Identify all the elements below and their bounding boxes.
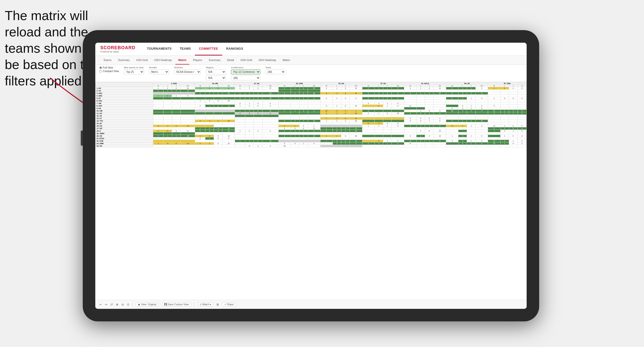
max-teams-select[interactable]: Top 25 Top 50 All: [124, 70, 144, 74]
matrix-cell: 1: [488, 97, 500, 100]
matrix-cell: [434, 115, 446, 117]
matrix-cell: [434, 132, 446, 135]
nav-committee[interactable]: COMMITTEE: [195, 43, 222, 55]
nav-teams[interactable]: TEAMS: [176, 43, 195, 55]
matrix-cell: [446, 95, 458, 97]
view-original-button[interactable]: ◉ View: Original: [136, 302, 159, 307]
matrix-cell: 0: [299, 92, 308, 95]
compact-view-option[interactable]: Compact View: [99, 70, 119, 73]
matrix-cell: 120: [262, 92, 278, 95]
refresh-icon[interactable]: ↺: [110, 303, 113, 306]
sub-nav-summary[interactable]: Summary: [115, 56, 133, 65]
matrix-cell: [299, 117, 308, 120]
matrix-cell: 4: [205, 92, 214, 95]
matrix-cell: [308, 132, 320, 135]
matrix-cell: [195, 145, 205, 147]
matrix-cell: [291, 112, 299, 115]
matrix-cell: [446, 100, 458, 102]
matrix-cell: [404, 90, 417, 92]
sub-nav-summary2[interactable]: Summary: [206, 56, 223, 65]
col-header-asu: 3. ASU: [153, 82, 195, 85]
compact-view-radio[interactable]: [99, 70, 102, 73]
sub-nav-teams[interactable]: Teams: [100, 56, 114, 65]
sh-l5: L: [333, 85, 341, 87]
reset-icon[interactable]: ⊙: [127, 303, 129, 306]
redo-icon[interactable]: ↪: [105, 303, 107, 306]
watch-button[interactable]: ⊙ Watch ▾: [197, 302, 214, 307]
matrix-cell: 1: [362, 125, 374, 127]
matrix-cell: [404, 122, 417, 125]
zoom-out-icon[interactable]: ⊖: [121, 303, 124, 306]
matrix-cell: [488, 135, 500, 137]
sh-t3: T: [254, 85, 262, 87]
table-row: 14. TTU221220203812026001001029: [96, 120, 527, 122]
matrix-cell: 0: [278, 135, 291, 137]
matrix-cell: 44: [350, 140, 362, 142]
matrix-cell: 0: [214, 135, 222, 137]
matrix-cell: 0: [509, 97, 517, 100]
matrix-cell: [172, 140, 181, 142]
team-select[interactable]: (All): [265, 70, 285, 74]
matrix-cell: 1: [291, 110, 299, 112]
matrix-cell: 29: [475, 120, 488, 122]
matrix-cell: [446, 112, 458, 115]
nav-rankings[interactable]: RANKINGS: [222, 43, 247, 55]
matrix-cell: [509, 102, 517, 105]
matrix-cell: [254, 90, 262, 92]
full-view-option[interactable]: Full View: [99, 66, 119, 69]
region-sub-select[interactable]: N/A: [206, 76, 226, 80]
sub-nav-h2h-grid[interactable]: H2H Grid: [133, 56, 151, 65]
sub-nav-h2h-grid2[interactable]: H2H Grid: [237, 56, 255, 65]
matrix-cell: 1: [235, 105, 245, 107]
matrix-cell: 1: [235, 130, 245, 132]
matrix-cell: 0: [362, 122, 374, 125]
grid-icon[interactable]: ⊞: [216, 303, 219, 306]
matrix-cell: 2: [278, 92, 291, 95]
conference-sub-select[interactable]: (All): [231, 76, 260, 80]
division-select[interactable]: NCAA Division I NCAA Division II NCAA Di…: [174, 70, 201, 74]
matrix-cell: 0: [475, 140, 488, 142]
matrix-cell: 0: [350, 97, 362, 100]
matrix-cell: 0: [262, 105, 278, 107]
table-row: 17. GIT1001010011110130100: [96, 127, 527, 130]
region-select[interactable]: N/A (All): [206, 70, 226, 74]
matrix-cell: [374, 135, 383, 137]
matrix-cell: [222, 115, 235, 117]
matrix-cell: [488, 92, 500, 95]
matrix-cell: 0: [509, 112, 517, 115]
table-row: 11. UA3400030401102600100100: [96, 112, 527, 115]
sub-nav-players[interactable]: Players: [190, 56, 205, 65]
matrix-cell: [434, 102, 446, 105]
matrix-cell: [153, 97, 164, 100]
sub-nav-matrix2[interactable]: Matrix: [280, 56, 293, 65]
matrix-cell: 1: [425, 125, 434, 127]
matrix-cell: [195, 95, 205, 97]
zoom-in-icon[interactable]: ⊕: [116, 303, 118, 306]
save-custom-view-button[interactable]: 💾 Save Custom View: [162, 302, 191, 307]
matrix-cell: [404, 107, 417, 110]
matrix-cell: 0: [205, 130, 214, 132]
undo-icon[interactable]: ↩: [99, 303, 102, 306]
matrix-cell: 1: [195, 130, 205, 132]
matrix-cell: [350, 132, 362, 135]
full-view-radio[interactable]: [99, 67, 102, 69]
matrix-cell: 73: [362, 110, 374, 112]
sub-nav-detail[interactable]: Detail: [224, 56, 237, 65]
gender-select[interactable]: Men's Women's: [149, 70, 169, 74]
sub-nav-h2h-heatmap2[interactable]: H2H Heatmap: [256, 56, 279, 65]
share-label: Share: [227, 303, 234, 306]
matrix-cell: [299, 137, 308, 140]
matrix-cell: 32: [320, 110, 333, 112]
matrix-cell: [446, 130, 458, 132]
matrix-cell: [475, 115, 488, 117]
share-button[interactable]: ↗ Share: [222, 302, 236, 307]
matrix-cell: 4: [245, 97, 254, 100]
matrix-cell: [509, 145, 517, 147]
sub-nav-matrix[interactable]: Matrix: [175, 56, 189, 65]
sub-nav-h2h-heatmap[interactable]: H2H Heatmap: [151, 56, 175, 65]
matrix-content[interactable]: 3. ASU 10. UW 11. UA 22. UCB 24. UO 27. …: [95, 82, 527, 300]
matrix-cell: 0: [500, 97, 509, 100]
nav-tournaments[interactable]: TOURNAMENTS: [143, 43, 176, 55]
conference-select[interactable]: Pac-12 Conference (All): [231, 70, 260, 74]
matrix-cell: [425, 95, 434, 97]
